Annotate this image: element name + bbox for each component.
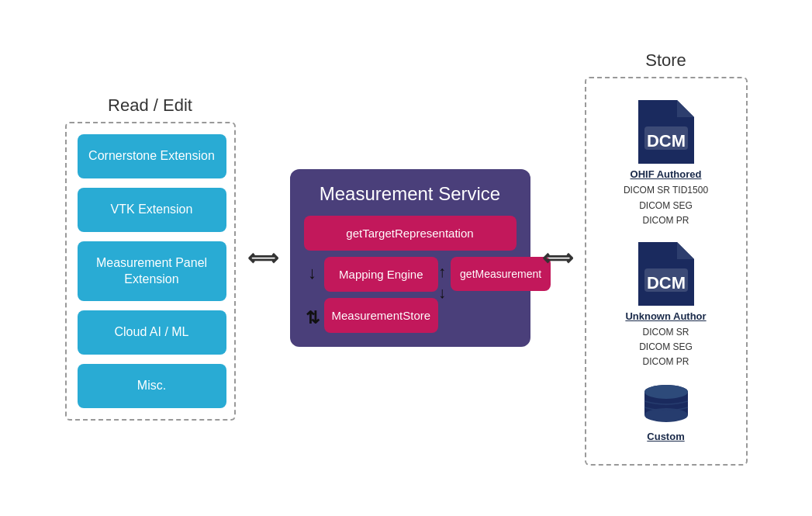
svg-text:DCM: DCM bbox=[646, 273, 685, 293]
dcm-icon-ohif: DCM bbox=[638, 100, 694, 164]
right-down-arrow: ↓ bbox=[438, 284, 446, 302]
measurement-service-section: Measurement Service getTargetRepresentat… bbox=[290, 169, 530, 347]
svg-marker-5 bbox=[677, 242, 694, 259]
read-edit-dashed-box: Cornerstone Extension VTK Extension Meas… bbox=[65, 122, 236, 421]
measurement-service-title: Measurement Service bbox=[304, 183, 517, 205]
store-item-custom: Custom bbox=[606, 384, 726, 442]
diagram-container: Read / Edit Cornerstone Extension VTK Ex… bbox=[0, 0, 812, 516]
get-target-representation-btn[interactable]: getTargetRepresentation bbox=[304, 216, 517, 251]
unknown-formats: DICOM SR DICOM SEG DICOM PR bbox=[639, 325, 693, 370]
left-double-arrow: ⟺ bbox=[247, 245, 278, 271]
measurement-service-box: Measurement Service getTargetRepresentat… bbox=[290, 169, 530, 347]
vtk-extension-btn[interactable]: VTK Extension bbox=[78, 188, 226, 232]
right-double-arrow: ⟺ bbox=[542, 245, 573, 271]
unknown-author-label: Unknown Author bbox=[625, 310, 706, 322]
down-arrow-1: ↓ bbox=[308, 265, 316, 282]
mapping-engine-btn[interactable]: Mapping Engine bbox=[324, 257, 439, 292]
store-item-unknown: DCM Unknown Author DICOM SR DICOM SEG DI… bbox=[606, 242, 726, 370]
misc-btn[interactable]: Misc. bbox=[78, 364, 226, 408]
read-edit-section: Read / Edit Cornerstone Extension VTK Ex… bbox=[65, 95, 236, 421]
measurement-panel-extension-btn[interactable]: Measurement Panel Extension bbox=[78, 241, 226, 302]
right-up-arrow: ↑ bbox=[438, 263, 446, 281]
read-edit-title: Read / Edit bbox=[108, 95, 192, 116]
left-double-arrow-connector: ⟺ bbox=[236, 245, 290, 271]
cloud-ai-ml-btn[interactable]: Cloud AI / ML bbox=[78, 310, 226, 355]
svg-marker-1 bbox=[677, 100, 694, 117]
store-dashed-box: DCM OHIF Authored DICOM SR TID1500 DICOM… bbox=[585, 77, 748, 465]
store-section: Store DCM OHIF Authored DICOM bbox=[585, 50, 748, 465]
store-items-list: DCM OHIF Authored DICOM SR TID1500 DICOM… bbox=[597, 89, 735, 452]
right-double-arrow-connector: ⟺ bbox=[530, 245, 585, 271]
up-down-arrow: ⇅ bbox=[306, 310, 320, 327]
store-title: Store bbox=[645, 50, 686, 71]
svg-text:DCM: DCM bbox=[646, 131, 685, 151]
ohif-authored-label: OHIF Authored bbox=[631, 168, 702, 180]
ohif-formats: DICOM SR TID1500 DICOM SEG DICOM PR bbox=[624, 183, 708, 228]
store-item-ohif: DCM OHIF Authored DICOM SR TID1500 DICOM… bbox=[606, 100, 726, 228]
cornerstone-extension-btn[interactable]: Cornerstone Extension bbox=[78, 134, 226, 178]
custom-label: Custom bbox=[647, 431, 684, 442]
database-icon bbox=[639, 384, 693, 428]
measurement-store-btn[interactable]: MeasurementStore bbox=[324, 298, 439, 333]
svg-point-11 bbox=[644, 385, 688, 399]
dcm-icon-unknown: DCM bbox=[638, 242, 694, 306]
